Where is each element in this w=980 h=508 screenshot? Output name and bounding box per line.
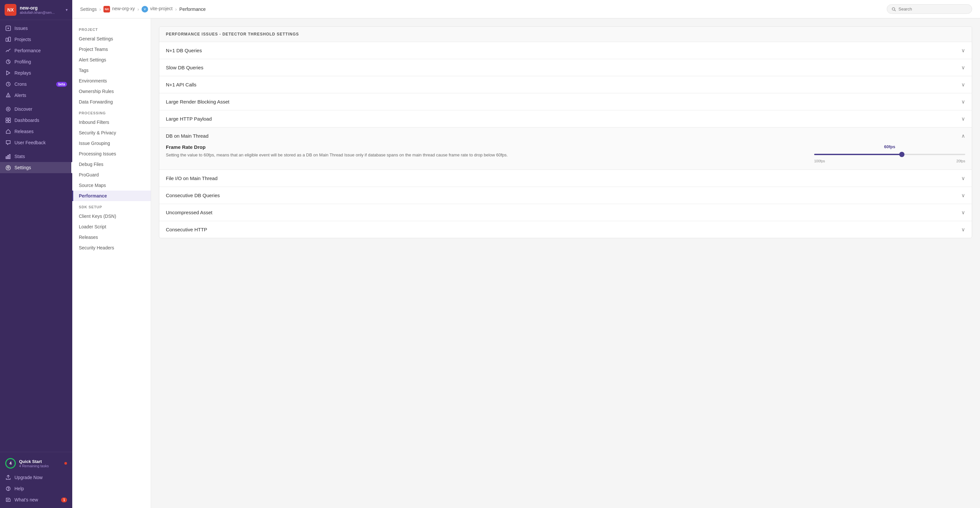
whats-new-label: What's new <box>14 497 38 502</box>
org-user: abdullah.khan@sen... <box>20 11 62 14</box>
svg-point-20 <box>8 167 9 169</box>
search-box[interactable] <box>887 4 972 14</box>
sidebar-item-upgrade[interactable]: Upgrade Now <box>0 472 72 483</box>
sidebar-item-releases[interactable]: Releases <box>0 126 72 137</box>
svg-point-11 <box>6 107 10 111</box>
accordion-consecutive-db-header[interactable]: Consecutive DB Queries ∨ <box>159 187 972 204</box>
accordion-slow-db-label: Slow DB Queries <box>166 65 203 70</box>
project-badge-icon: V <box>142 6 148 13</box>
settings-nav-proguard[interactable]: ProGuard <box>72 170 151 180</box>
settings-nav-forwarding[interactable]: Data Forwarding <box>72 97 151 107</box>
settings-nav-performance[interactable]: Performance <box>72 191 151 201</box>
settings-nav-teams[interactable]: Project Teams <box>72 44 151 54</box>
sidebar-header[interactable]: NX new-org abdullah.khan@sen... ▾ <box>0 0 72 20</box>
accordion-n1-db-header[interactable]: N+1 DB Queries ∨ <box>159 42 972 59</box>
chevron-down-icon: ∨ <box>961 192 965 199</box>
chevron-up-icon: ∧ <box>961 133 965 139</box>
sidebar-item-replays[interactable]: Replays <box>0 67 72 78</box>
sidebar-item-crons[interactable]: Crons beta <box>0 78 72 90</box>
settings-icon <box>5 165 11 170</box>
frame-rate-title: Frame Rate Drop <box>166 144 806 150</box>
accordion-uncompressed-header[interactable]: Uncompressed Asset ∨ <box>159 204 972 221</box>
settings-nav-grouping[interactable]: Issue Grouping <box>72 138 151 148</box>
search-input[interactable] <box>899 6 967 11</box>
accordion-consecutive-http-header[interactable]: Consecutive HTTP ∨ <box>159 221 972 238</box>
breadcrumb-current: Performance <box>179 6 205 12</box>
accordion-uncompressed: Uncompressed Asset ∨ <box>159 204 972 221</box>
settings-nav-environments[interactable]: Environments <box>72 76 151 86</box>
settings-nav-sourcemaps[interactable]: Source Maps <box>72 180 151 191</box>
accordion-db-main-thread-label: DB on Main Thread <box>166 133 208 139</box>
sidebar-item-dashboards[interactable]: Dashboards <box>0 115 72 126</box>
accordion-consecutive-http-label: Consecutive HTTP <box>166 227 207 233</box>
accordion-consecutive-http: Consecutive HTTP ∨ <box>159 221 972 238</box>
sidebar-item-alerts-label: Alerts <box>14 93 26 98</box>
sidebar-item-profiling[interactable]: Profiling <box>0 56 72 67</box>
sidebar-item-user-feedback[interactable]: User Feedback <box>0 137 72 148</box>
crons-beta-badge: beta <box>56 82 67 87</box>
accordion-http-payload-header[interactable]: Large HTTP Payload ∨ <box>159 110 972 127</box>
sidebar-item-performance-label: Performance <box>14 48 41 53</box>
upgrade-label: Upgrade Now <box>14 475 43 480</box>
svg-point-25 <box>892 8 895 10</box>
slider-track-wrapper[interactable] <box>814 151 965 158</box>
settings-nav-ownership[interactable]: Ownership Rules <box>72 86 151 97</box>
sidebar-item-settings[interactable]: Settings <box>0 162 72 173</box>
settings-nav-sdk-releases[interactable]: Releases <box>72 232 151 242</box>
accordion-slow-db-header[interactable]: Slow DB Queries ∨ <box>159 59 972 76</box>
accordion-http-payload: Large HTTP Payload ∨ <box>159 110 972 127</box>
accordion-render-blocking-label: Large Render Blocking Asset <box>166 99 229 105</box>
sidebar-item-projects[interactable]: Projects <box>0 34 72 45</box>
sidebar-item-stats-label: Stats <box>14 154 25 159</box>
sidebar-item-issues-label: Issues <box>14 25 28 31</box>
settings-nav-general[interactable]: General Settings <box>72 33 151 44</box>
settings-nav-debug[interactable]: Debug Files <box>72 159 151 170</box>
accordion-db-main-thread-header[interactable]: DB on Main Thread ∧ <box>159 127 972 144</box>
breadcrumb-settings[interactable]: Settings <box>80 6 97 12</box>
settings-nav-security-headers[interactable]: Security Headers <box>72 242 151 253</box>
accordion-n1-api: N+1 API Calls ∨ <box>159 76 972 93</box>
settings-nav-processing-issues[interactable]: Processing Issues <box>72 148 151 159</box>
sidebar-item-help[interactable]: Help <box>0 483 72 494</box>
settings-nav-security[interactable]: Security & Privacy <box>72 127 151 138</box>
sidebar-item-alerts[interactable]: Alerts <box>0 90 72 101</box>
quick-start-bar[interactable]: 4 Quick Start 4 Remaining tasks <box>0 455 72 472</box>
stats-icon <box>5 153 11 159</box>
breadcrumb-org[interactable]: NX new-org-xy <box>103 6 135 13</box>
breadcrumb-project[interactable]: V vite-project <box>142 6 172 13</box>
sidebar-item-stats[interactable]: Stats <box>0 151 72 162</box>
breadcrumb-sep-3: › <box>175 6 177 12</box>
sidebar-item-releases-label: Releases <box>14 129 33 134</box>
chevron-down-icon: ∨ <box>961 209 965 215</box>
settings-nav-inbound[interactable]: Inbound Filters <box>72 117 151 127</box>
settings-nav-loader[interactable]: Loader Script <box>72 221 151 232</box>
slider-thumb[interactable] <box>899 152 904 157</box>
accordion-render-blocking-header[interactable]: Large Render Blocking Asset ∨ <box>159 93 972 110</box>
sidebar-item-issues[interactable]: Issues <box>0 23 72 34</box>
accordion-file-io-header[interactable]: File I/O on Main Thread ∨ <box>159 170 972 186</box>
chevron-down-icon: ∨ <box>961 99 965 105</box>
alerts-icon <box>5 92 11 98</box>
accordion-n1-api-header[interactable]: N+1 API Calls ∨ <box>159 76 972 93</box>
performance-panel: PERFORMANCE ISSUES - DETECTOR THRESHOLD … <box>159 26 972 238</box>
sidebar-item-settings-label: Settings <box>14 165 31 170</box>
sidebar-item-discover[interactable]: Discover <box>0 104 72 115</box>
dashboards-icon <box>5 117 11 123</box>
chevron-down-icon: ∨ <box>961 226 965 233</box>
settings-nav-client-keys[interactable]: Client Keys (DSN) <box>72 211 151 221</box>
performance-icon <box>5 48 11 54</box>
svg-rect-15 <box>6 121 8 123</box>
svg-line-6 <box>8 62 10 62</box>
sidebar-item-user-feedback-label: User Feedback <box>14 140 46 145</box>
chevron-down-icon: ∨ <box>961 64 965 71</box>
settings-nav-tags[interactable]: Tags <box>72 65 151 76</box>
sidebar-item-performance[interactable]: Performance <box>0 45 72 56</box>
settings-nav-alerts[interactable]: Alert Settings <box>72 54 151 65</box>
topbar: Settings › NX new-org-xy › V vite-projec… <box>72 0 980 18</box>
slider-labels: 100fps 20fps <box>814 159 965 163</box>
whats-new-badge: 1 <box>61 497 67 502</box>
settings-content: PERFORMANCE ISSUES - DETECTOR THRESHOLD … <box>151 18 980 508</box>
sidebar-item-whats-new[interactable]: What's new 1 <box>0 494 72 505</box>
sidebar-item-replays-label: Replays <box>14 70 31 76</box>
svg-rect-13 <box>6 118 8 120</box>
